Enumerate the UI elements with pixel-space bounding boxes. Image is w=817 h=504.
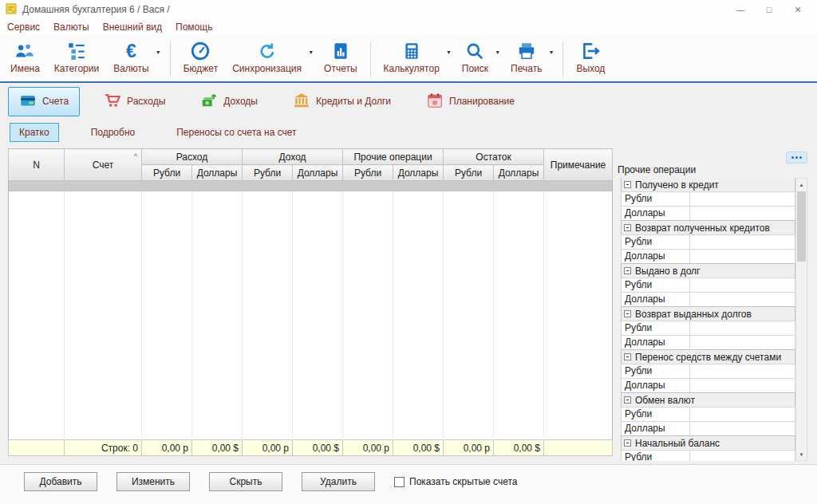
section-header-lent-out[interactable]: Выдано в долг (621, 263, 795, 278)
hide-button[interactable]: Скрыть (209, 472, 282, 491)
column-header-account[interactable]: Счет ^ (65, 149, 142, 181)
subtab-brief[interactable]: Кратко (10, 123, 59, 142)
collapse-icon[interactable] (624, 310, 631, 317)
section-header-credits-repayment[interactable]: Возврат полученных кредитов (621, 220, 795, 235)
subtab-detailed[interactable]: Подробно (81, 123, 145, 142)
tab-expenses[interactable]: Расходы (93, 87, 176, 116)
categories-icon (66, 40, 87, 62)
add-button[interactable]: Добавить (24, 472, 97, 491)
section-header-transfer[interactable]: Перенос средств между счетами (621, 349, 795, 364)
toolbar-button-reports[interactable]: Отчеты (317, 37, 364, 81)
value-cell[interactable] (690, 235, 795, 249)
section-header-loans-return[interactable]: Возврат выданных долгов (621, 306, 795, 321)
dropdown-arrow-icon[interactable]: ▼ (495, 49, 500, 55)
toolbar-button-budget[interactable]: Бюджет (176, 37, 225, 81)
subcolumn-usd[interactable]: Доллары (393, 165, 444, 181)
toolbar-button-calculator[interactable]: Калькулятор ▼ (377, 37, 455, 81)
value-cell[interactable] (690, 408, 795, 421)
maximize-button[interactable]: □ (755, 0, 783, 19)
subcolumn-usd[interactable]: Доллары (192, 165, 243, 181)
section-credits-repayment: Возврат полученных кредитов Рубли Доллар… (621, 220, 795, 264)
window-controls: — □ × (726, 0, 812, 19)
close-button[interactable]: × (783, 0, 812, 19)
value-cell[interactable] (690, 250, 795, 263)
toolbar-button-search[interactable]: Поиск ▼ (455, 37, 503, 81)
section-row: Доллары (621, 378, 795, 393)
toolbar-button-names[interactable]: Имена (3, 37, 47, 81)
section-lent-out: Выдано в долг Рубли Доллары (621, 263, 795, 307)
more-options-button[interactable] (786, 152, 807, 163)
income-icon (200, 92, 218, 112)
toolbar-button-currencies[interactable]: € Валюты ▼ (106, 37, 164, 81)
menu-service[interactable]: Сервис (7, 22, 40, 33)
side-panel-title: Прочие операции (618, 164, 696, 175)
section-header-currency-exchange[interactable]: Обмен валют (621, 392, 795, 408)
value-cell[interactable] (690, 192, 795, 206)
section-row: Рубли (621, 407, 795, 422)
search-icon (464, 40, 485, 62)
subcolumn-rub[interactable]: Рубли (243, 165, 293, 181)
section-header-opening-balance[interactable]: Начальный баланс (621, 435, 795, 451)
toolbar-label: Валюты (113, 63, 149, 74)
side-panel-scrollbar[interactable]: ▲ ▼ (795, 178, 807, 461)
column-group-balance[interactable]: Остаток (444, 149, 544, 165)
subcolumn-rub[interactable]: Рубли (444, 165, 494, 181)
column-header-note[interactable]: Примечание (544, 149, 613, 181)
tab-accounts[interactable]: Счета (8, 87, 80, 116)
dots-icon (795, 156, 798, 159)
toolbar-button-exit[interactable]: Выход (569, 37, 612, 81)
empty-selected-row[interactable] (9, 181, 613, 191)
value-cell[interactable] (690, 379, 795, 392)
column-group-other-ops[interactable]: Прочие операции (343, 149, 444, 165)
tab-income[interactable]: Доходы (189, 87, 269, 116)
accounts-table: N Счет ^ Расход Доход Прочие операции Ос… (8, 148, 613, 456)
collapse-icon[interactable] (624, 396, 631, 404)
toolbar-separator (370, 41, 371, 77)
value-cell[interactable] (690, 321, 795, 335)
toolbar-button-print[interactable]: Печать ▼ (503, 37, 557, 81)
dropdown-arrow-icon[interactable]: ▼ (308, 49, 314, 55)
subcolumn-rub[interactable]: Рубли (142, 165, 192, 181)
collapse-icon[interactable] (624, 224, 631, 231)
dropdown-arrow-icon[interactable]: ▼ (446, 49, 452, 55)
column-group-income[interactable]: Доход (243, 149, 343, 165)
section-row: Рубли (621, 321, 795, 336)
toolbar-button-sync[interactable]: Синхронизация ▼ (225, 37, 317, 81)
tab-planning[interactable]: Планирование (415, 87, 526, 116)
toolbar-button-categories[interactable]: Категории (47, 37, 106, 81)
column-header-n[interactable]: N (9, 149, 65, 181)
total-cell: 0,00 $ (293, 440, 343, 456)
delete-button[interactable]: Удалить (302, 472, 375, 491)
value-cell[interactable] (690, 451, 795, 461)
dropdown-arrow-icon[interactable]: ▼ (156, 49, 161, 55)
scroll-down-icon[interactable]: ▼ (796, 448, 807, 460)
scrollbar-thumb[interactable] (797, 191, 806, 262)
menu-appearance[interactable]: Внешний вид (103, 22, 162, 33)
collapse-icon[interactable] (624, 267, 631, 274)
value-cell[interactable] (690, 207, 795, 220)
collapse-icon[interactable] (624, 353, 631, 360)
section-row: Рубли (621, 364, 795, 379)
subcolumn-rub[interactable]: Рубли (343, 165, 393, 181)
collapse-icon[interactable] (624, 439, 631, 447)
value-cell[interactable] (690, 364, 795, 378)
value-cell[interactable] (690, 278, 795, 292)
collapse-icon[interactable] (624, 181, 631, 188)
section-header-credit-received[interactable]: Получено в кредит (621, 178, 795, 192)
subcolumn-usd[interactable]: Доллары (494, 165, 544, 181)
subtab-transfers[interactable]: Переносы со счета на счет (167, 123, 306, 142)
edit-button[interactable]: Изменить (116, 472, 190, 491)
column-group-expense[interactable]: Расход (142, 149, 243, 165)
scroll-up-icon[interactable]: ▲ (796, 179, 807, 191)
dropdown-arrow-icon[interactable]: ▼ (548, 49, 554, 55)
menu-help[interactable]: Помощь (176, 22, 212, 33)
tab-credits[interactable]: Кредиты и Долги (282, 87, 402, 116)
value-cell[interactable] (690, 422, 795, 435)
value-cell[interactable] (690, 293, 795, 306)
show-hidden-checkbox[interactable] (394, 477, 405, 487)
section-transfer-between-accounts: Перенос средств между счетами Рубли Долл… (621, 349, 795, 393)
menu-currencies[interactable]: Валюты (53, 22, 89, 33)
minimize-button[interactable]: — (726, 0, 755, 19)
subcolumn-usd[interactable]: Доллары (293, 165, 343, 181)
value-cell[interactable] (690, 336, 795, 349)
